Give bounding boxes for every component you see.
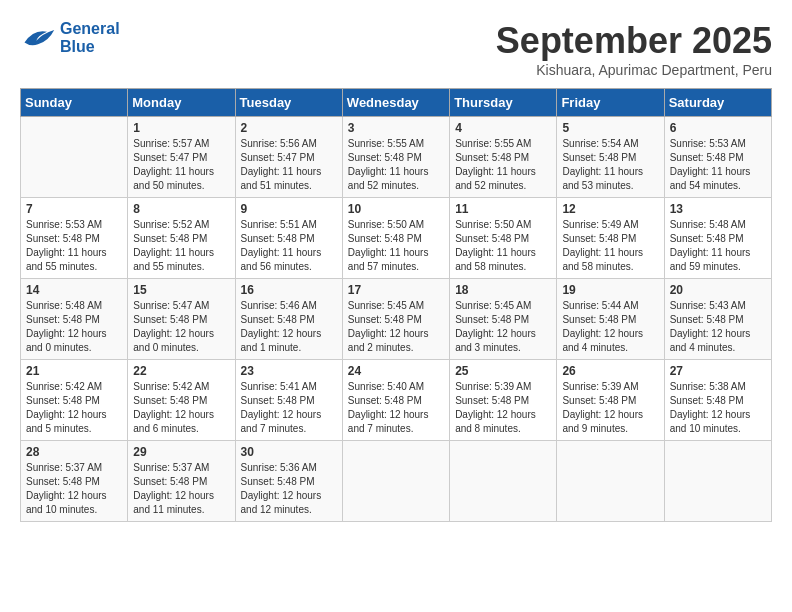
- day-number: 16: [241, 283, 337, 297]
- calendar-cell: 27Sunrise: 5:38 AM Sunset: 5:48 PM Dayli…: [664, 360, 771, 441]
- day-info: Sunrise: 5:42 AM Sunset: 5:48 PM Dayligh…: [133, 380, 229, 436]
- day-info: Sunrise: 5:42 AM Sunset: 5:48 PM Dayligh…: [26, 380, 122, 436]
- calendar-cell: 9Sunrise: 5:51 AM Sunset: 5:48 PM Daylig…: [235, 198, 342, 279]
- calendar-week-row: 28Sunrise: 5:37 AM Sunset: 5:48 PM Dayli…: [21, 441, 772, 522]
- day-info: Sunrise: 5:48 AM Sunset: 5:48 PM Dayligh…: [26, 299, 122, 355]
- day-number: 9: [241, 202, 337, 216]
- day-number: 12: [562, 202, 658, 216]
- day-info: Sunrise: 5:39 AM Sunset: 5:48 PM Dayligh…: [562, 380, 658, 436]
- calendar-cell: 25Sunrise: 5:39 AM Sunset: 5:48 PM Dayli…: [450, 360, 557, 441]
- day-number: 2: [241, 121, 337, 135]
- day-number: 8: [133, 202, 229, 216]
- day-info: Sunrise: 5:38 AM Sunset: 5:48 PM Dayligh…: [670, 380, 766, 436]
- day-info: Sunrise: 5:37 AM Sunset: 5:48 PM Dayligh…: [26, 461, 122, 517]
- calendar-cell: [21, 117, 128, 198]
- column-header-sunday: Sunday: [21, 89, 128, 117]
- title-area: September 2025 Kishuara, Apurimac Depart…: [496, 20, 772, 78]
- day-info: Sunrise: 5:45 AM Sunset: 5:48 PM Dayligh…: [348, 299, 444, 355]
- calendar-table: SundayMondayTuesdayWednesdayThursdayFrid…: [20, 88, 772, 522]
- column-header-wednesday: Wednesday: [342, 89, 449, 117]
- day-number: 3: [348, 121, 444, 135]
- day-info: Sunrise: 5:46 AM Sunset: 5:48 PM Dayligh…: [241, 299, 337, 355]
- day-info: Sunrise: 5:55 AM Sunset: 5:48 PM Dayligh…: [348, 137, 444, 193]
- day-number: 27: [670, 364, 766, 378]
- day-info: Sunrise: 5:53 AM Sunset: 5:48 PM Dayligh…: [670, 137, 766, 193]
- day-number: 24: [348, 364, 444, 378]
- calendar-header-row: SundayMondayTuesdayWednesdayThursdayFrid…: [21, 89, 772, 117]
- calendar-cell: 12Sunrise: 5:49 AM Sunset: 5:48 PM Dayli…: [557, 198, 664, 279]
- day-number: 15: [133, 283, 229, 297]
- calendar-cell: 24Sunrise: 5:40 AM Sunset: 5:48 PM Dayli…: [342, 360, 449, 441]
- day-info: Sunrise: 5:56 AM Sunset: 5:47 PM Dayligh…: [241, 137, 337, 193]
- calendar-cell: [342, 441, 449, 522]
- day-number: 6: [670, 121, 766, 135]
- calendar-cell: 30Sunrise: 5:36 AM Sunset: 5:48 PM Dayli…: [235, 441, 342, 522]
- day-info: Sunrise: 5:57 AM Sunset: 5:47 PM Dayligh…: [133, 137, 229, 193]
- day-number: 5: [562, 121, 658, 135]
- calendar-cell: 6Sunrise: 5:53 AM Sunset: 5:48 PM Daylig…: [664, 117, 771, 198]
- day-number: 19: [562, 283, 658, 297]
- column-header-thursday: Thursday: [450, 89, 557, 117]
- calendar-cell: 19Sunrise: 5:44 AM Sunset: 5:48 PM Dayli…: [557, 279, 664, 360]
- calendar-cell: 22Sunrise: 5:42 AM Sunset: 5:48 PM Dayli…: [128, 360, 235, 441]
- logo-icon: [20, 24, 56, 52]
- column-header-saturday: Saturday: [664, 89, 771, 117]
- day-number: 22: [133, 364, 229, 378]
- day-info: Sunrise: 5:44 AM Sunset: 5:48 PM Dayligh…: [562, 299, 658, 355]
- day-info: Sunrise: 5:48 AM Sunset: 5:48 PM Dayligh…: [670, 218, 766, 274]
- calendar-week-row: 1Sunrise: 5:57 AM Sunset: 5:47 PM Daylig…: [21, 117, 772, 198]
- calendar-cell: 21Sunrise: 5:42 AM Sunset: 5:48 PM Dayli…: [21, 360, 128, 441]
- day-info: Sunrise: 5:50 AM Sunset: 5:48 PM Dayligh…: [348, 218, 444, 274]
- calendar-cell: 29Sunrise: 5:37 AM Sunset: 5:48 PM Dayli…: [128, 441, 235, 522]
- day-info: Sunrise: 5:37 AM Sunset: 5:48 PM Dayligh…: [133, 461, 229, 517]
- calendar-week-row: 14Sunrise: 5:48 AM Sunset: 5:48 PM Dayli…: [21, 279, 772, 360]
- calendar-cell: [557, 441, 664, 522]
- calendar-cell: 1Sunrise: 5:57 AM Sunset: 5:47 PM Daylig…: [128, 117, 235, 198]
- day-number: 14: [26, 283, 122, 297]
- day-number: 28: [26, 445, 122, 459]
- day-info: Sunrise: 5:45 AM Sunset: 5:48 PM Dayligh…: [455, 299, 551, 355]
- day-number: 11: [455, 202, 551, 216]
- location: Kishuara, Apurimac Department, Peru: [496, 62, 772, 78]
- day-number: 21: [26, 364, 122, 378]
- day-number: 29: [133, 445, 229, 459]
- month-title: September 2025: [496, 20, 772, 62]
- calendar-cell: 16Sunrise: 5:46 AM Sunset: 5:48 PM Dayli…: [235, 279, 342, 360]
- day-info: Sunrise: 5:53 AM Sunset: 5:48 PM Dayligh…: [26, 218, 122, 274]
- day-number: 30: [241, 445, 337, 459]
- column-header-friday: Friday: [557, 89, 664, 117]
- day-number: 26: [562, 364, 658, 378]
- day-info: Sunrise: 5:40 AM Sunset: 5:48 PM Dayligh…: [348, 380, 444, 436]
- calendar-cell: 17Sunrise: 5:45 AM Sunset: 5:48 PM Dayli…: [342, 279, 449, 360]
- day-number: 18: [455, 283, 551, 297]
- calendar-week-row: 7Sunrise: 5:53 AM Sunset: 5:48 PM Daylig…: [21, 198, 772, 279]
- day-number: 20: [670, 283, 766, 297]
- column-header-tuesday: Tuesday: [235, 89, 342, 117]
- calendar-cell: 3Sunrise: 5:55 AM Sunset: 5:48 PM Daylig…: [342, 117, 449, 198]
- calendar-cell: 7Sunrise: 5:53 AM Sunset: 5:48 PM Daylig…: [21, 198, 128, 279]
- calendar-cell: 11Sunrise: 5:50 AM Sunset: 5:48 PM Dayli…: [450, 198, 557, 279]
- calendar-cell: 10Sunrise: 5:50 AM Sunset: 5:48 PM Dayli…: [342, 198, 449, 279]
- day-info: Sunrise: 5:49 AM Sunset: 5:48 PM Dayligh…: [562, 218, 658, 274]
- calendar-cell: 8Sunrise: 5:52 AM Sunset: 5:48 PM Daylig…: [128, 198, 235, 279]
- day-number: 23: [241, 364, 337, 378]
- day-info: Sunrise: 5:50 AM Sunset: 5:48 PM Dayligh…: [455, 218, 551, 274]
- day-info: Sunrise: 5:51 AM Sunset: 5:48 PM Dayligh…: [241, 218, 337, 274]
- calendar-cell: 20Sunrise: 5:43 AM Sunset: 5:48 PM Dayli…: [664, 279, 771, 360]
- logo: General Blue: [20, 20, 120, 56]
- day-number: 4: [455, 121, 551, 135]
- day-number: 17: [348, 283, 444, 297]
- calendar-cell: [450, 441, 557, 522]
- day-number: 7: [26, 202, 122, 216]
- calendar-cell: 14Sunrise: 5:48 AM Sunset: 5:48 PM Dayli…: [21, 279, 128, 360]
- day-info: Sunrise: 5:47 AM Sunset: 5:48 PM Dayligh…: [133, 299, 229, 355]
- calendar-week-row: 21Sunrise: 5:42 AM Sunset: 5:48 PM Dayli…: [21, 360, 772, 441]
- calendar-cell: 18Sunrise: 5:45 AM Sunset: 5:48 PM Dayli…: [450, 279, 557, 360]
- day-number: 1: [133, 121, 229, 135]
- calendar-cell: 2Sunrise: 5:56 AM Sunset: 5:47 PM Daylig…: [235, 117, 342, 198]
- calendar-cell: 28Sunrise: 5:37 AM Sunset: 5:48 PM Dayli…: [21, 441, 128, 522]
- calendar-cell: [664, 441, 771, 522]
- logo-text: General Blue: [60, 20, 120, 56]
- day-info: Sunrise: 5:39 AM Sunset: 5:48 PM Dayligh…: [455, 380, 551, 436]
- calendar-cell: 23Sunrise: 5:41 AM Sunset: 5:48 PM Dayli…: [235, 360, 342, 441]
